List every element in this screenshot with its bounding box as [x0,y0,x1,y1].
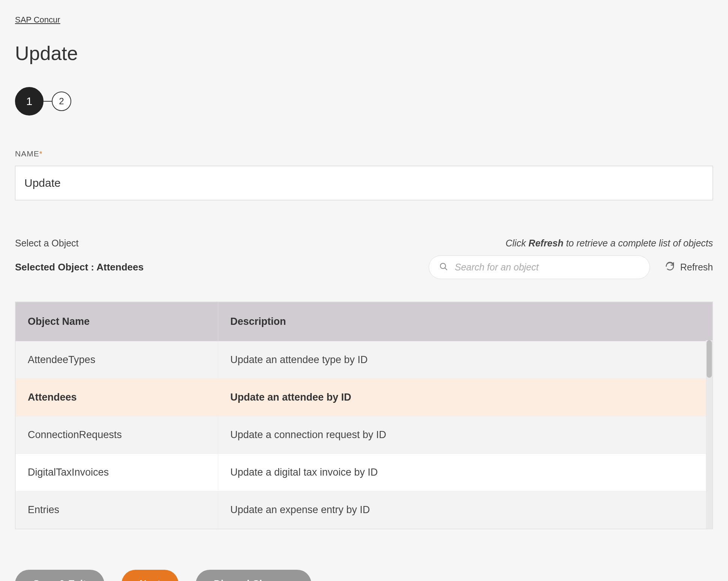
table-row[interactable]: AttendeeTypesUpdate an attendee type by … [16,341,713,379]
breadcrumb-link[interactable]: SAP Concur [15,15,60,25]
table-row[interactable]: AttendeesUpdate an attendee by ID [16,379,713,416]
search-icon [439,262,448,273]
name-field-label: NAME [15,149,39,158]
search-input[interactable] [429,255,650,279]
refresh-icon [665,261,675,273]
selected-object-text: Selected Object : Attendees [15,261,144,273]
footer-buttons: Save & Exit Next Discard Changes [15,570,713,581]
cell-object-name: ConnectionRequests [16,416,218,454]
svg-point-0 [440,263,446,269]
table-row[interactable]: ConnectionRequestsUpdate a connection re… [16,416,713,454]
page-title: Update [15,42,713,65]
next-button[interactable]: Next [122,570,179,581]
refresh-hint: Click Refresh to retrieve a complete lis… [506,238,713,249]
step-2[interactable]: 2 [52,92,71,111]
svg-line-1 [445,268,447,270]
cell-description: Update an attendee by ID [218,379,713,416]
cell-object-name: AttendeeTypes [16,341,218,379]
discard-changes-button[interactable]: Discard Changes [196,570,311,581]
object-table: Object Name Description AttendeeTypesUpd… [15,302,713,529]
cell-object-name: Entries [16,491,218,529]
refresh-button-label: Refresh [680,262,713,273]
table-row[interactable]: EntriesUpdate an expense entry by ID [16,491,713,529]
cell-object-name: DigitalTaxInvoices [16,454,218,491]
column-header-object-name[interactable]: Object Name [16,302,218,341]
cell-description: Update a digital tax invoice by ID [218,454,713,491]
required-asterisk-icon: * [39,150,42,158]
cell-description: Update an expense entry by ID [218,491,713,529]
stepper: 1 2 [15,87,713,116]
column-header-description[interactable]: Description [218,302,713,341]
scrollbar-track[interactable] [706,340,713,529]
scrollbar-thumb[interactable] [707,340,712,378]
step-connector [44,101,52,102]
cell-description: Update a connection request by ID [218,416,713,454]
object-table-container: Object Name Description AttendeeTypesUpd… [15,302,713,529]
cell-description: Update an attendee type by ID [218,341,713,379]
step-1[interactable]: 1 [15,87,44,116]
name-input[interactable] [15,166,713,200]
refresh-button[interactable]: Refresh [665,261,713,273]
cell-object-name: Attendees [16,379,218,416]
select-object-label: Select a Object [15,238,79,249]
save-exit-button[interactable]: Save & Exit [15,570,104,581]
table-row[interactable]: DigitalTaxInvoicesUpdate a digital tax i… [16,454,713,491]
